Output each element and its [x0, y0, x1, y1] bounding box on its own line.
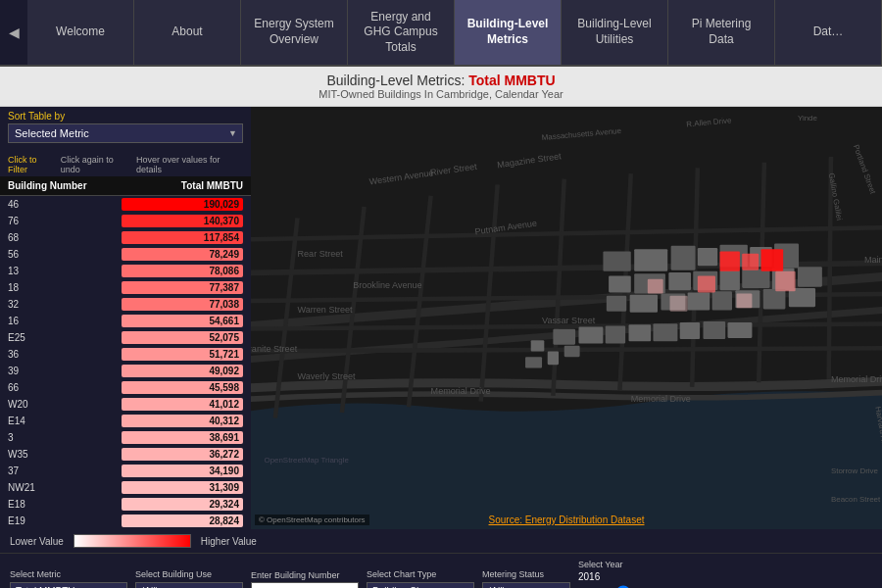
table-row[interactable]: 56 78,249: [0, 246, 251, 263]
building-number: E14: [8, 416, 122, 426]
table-row[interactable]: E19 28,824: [0, 513, 251, 529]
col-header-building: Building Number: [8, 180, 125, 191]
select-metric-wrapper[interactable]: Total MMBTU: [10, 581, 127, 588]
building-number: 76: [8, 216, 122, 226]
building-value: 78,086: [122, 265, 243, 277]
table-row[interactable]: 32 77,038: [0, 296, 251, 313]
table-row[interactable]: 68 117,854: [0, 229, 251, 246]
nav-tab-0[interactable]: Welcome: [27, 0, 134, 65]
chart-title-metric: Total MMBTU: [468, 73, 555, 88]
building-number: 56: [8, 249, 122, 260]
table-row[interactable]: 39 49,092: [0, 363, 251, 379]
select-building[interactable]: (All): [135, 582, 243, 588]
table-row[interactable]: E25 52,075: [0, 329, 251, 346]
svg-text:Rear Street: Rear Street: [298, 249, 344, 259]
building-value: 49,092: [122, 365, 243, 377]
building-number: 3: [8, 432, 122, 443]
nav-bar: ◀ WelcomeAboutEnergy System OverviewEner…: [0, 0, 882, 67]
building-number: 36: [8, 349, 122, 360]
year-group: Select Year 2016: [578, 560, 657, 588]
svg-rect-55: [669, 296, 687, 312]
nav-tab-6[interactable]: Pi Metering Data: [668, 0, 775, 65]
building-value: 41,012: [122, 398, 243, 411]
svg-rect-56: [737, 294, 753, 309]
nav-tab-2[interactable]: Energy System Overview: [241, 0, 348, 65]
svg-rect-27: [668, 272, 691, 290]
nav-tab-3[interactable]: Energy and GHG Campus Totals: [348, 0, 455, 65]
source-link[interactable]: Source: Energy Distribution Dataset: [489, 514, 645, 525]
svg-rect-41: [553, 329, 575, 345]
select-building-wrapper[interactable]: (All): [135, 581, 243, 588]
svg-rect-29: [720, 270, 740, 290]
building-value: 29,324: [122, 498, 243, 511]
svg-text:OpenStreetMap Triangle: OpenStreetMap Triangle: [264, 456, 349, 465]
building-value: 140,370: [122, 215, 243, 227]
nav-tab-1[interactable]: About: [134, 0, 241, 65]
table-row[interactable]: 66 45,598: [0, 379, 251, 396]
svg-rect-36: [688, 292, 710, 310]
sort-select-wrapper[interactable]: Selected Metric: [8, 123, 243, 143]
sort-select[interactable]: Selected Metric: [8, 123, 243, 143]
building-number: W20: [8, 399, 122, 410]
chart-type-group: Select Chart Type Building Shape: [367, 569, 474, 588]
table-row[interactable]: 36 51,721: [0, 346, 251, 363]
svg-rect-39: [763, 289, 786, 309]
table-row[interactable]: 76 140,370: [0, 213, 251, 229]
enter-building-label: Enter Building Number: [251, 570, 359, 580]
table-row[interactable]: W35 36,272: [0, 446, 251, 463]
select-metric[interactable]: Total MMBTU: [10, 582, 127, 588]
svg-rect-18: [603, 251, 630, 270]
svg-rect-52: [698, 275, 715, 292]
map-svg: Western Avenue River Street Magazine Str…: [251, 107, 882, 529]
building-number: E25: [8, 332, 122, 343]
chart-type-select[interactable]: Building Shape: [367, 582, 474, 588]
nav-tab-7[interactable]: Dat…: [775, 0, 882, 65]
building-value: 36,272: [122, 448, 243, 461]
table-row[interactable]: 46 190,029: [0, 196, 251, 213]
svg-rect-46: [680, 322, 700, 339]
nav-tab-5[interactable]: Building-Level Utilities: [562, 0, 668, 65]
building-number: 46: [8, 199, 122, 210]
chart-type-wrapper[interactable]: Building Shape: [367, 581, 474, 588]
metering-wrapper[interactable]: (All): [482, 581, 570, 588]
svg-rect-60: [564, 346, 580, 357]
enter-building-input[interactable]: [251, 582, 359, 588]
hint-hover-text: Hover over values for details: [136, 155, 243, 174]
building-value: 52,075: [122, 331, 243, 344]
building-value: 38,691: [122, 431, 243, 444]
svg-rect-30: [742, 270, 769, 288]
chart-title-prefix: Building-Level Metrics:: [326, 73, 468, 88]
svg-rect-33: [607, 296, 626, 312]
table-row[interactable]: E18 29,324: [0, 496, 251, 513]
svg-rect-45: [653, 323, 677, 341]
table-row[interactable]: W20 41,012: [0, 396, 251, 413]
svg-rect-32: [798, 267, 822, 286]
sort-label: Sort Table by: [0, 107, 251, 123]
legend-gradient: [74, 534, 191, 548]
building-value: 117,854: [122, 231, 243, 244]
table-row[interactable]: 16 54,661: [0, 313, 251, 329]
table-row[interactable]: 37 34,190: [0, 463, 251, 479]
metering-select[interactable]: (All): [482, 582, 570, 588]
table-row[interactable]: 3 38,691: [0, 429, 251, 446]
building-value: 54,661: [122, 315, 243, 327]
nav-arrow-left[interactable]: ◀: [0, 0, 27, 65]
svg-rect-44: [629, 324, 652, 341]
nav-tab-4[interactable]: Building-Level Metrics: [455, 0, 562, 65]
metering-group: Metering Status (All): [482, 569, 570, 588]
table-body[interactable]: 46 190,029 76 140,370 68 117,854 56 78,2…: [0, 196, 251, 529]
table-row[interactable]: 13 78,086: [0, 263, 251, 279]
building-value: 51,721: [122, 348, 243, 361]
building-number: 66: [8, 382, 122, 393]
building-number: E19: [8, 515, 122, 526]
svg-text:Vassar Street: Vassar Street: [542, 316, 596, 325]
table-row[interactable]: 18 77,387: [0, 279, 251, 296]
table-row[interactable]: E14 40,312: [0, 413, 251, 429]
building-number: W35: [8, 449, 122, 460]
svg-rect-51: [760, 249, 783, 271]
table-row[interactable]: NW21 31,309: [0, 479, 251, 496]
hint-undo-text: Click again to undo: [61, 155, 132, 174]
svg-rect-47: [704, 321, 726, 339]
svg-text:Granite Street: Granite Street: [251, 344, 298, 354]
map-attribution: © OpenStreetMap contributors: [255, 514, 369, 525]
